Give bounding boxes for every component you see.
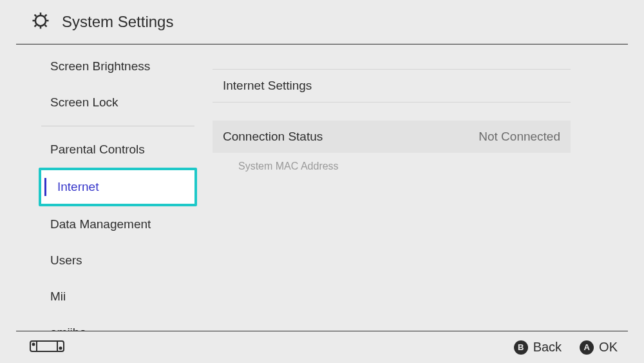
- ok-button[interactable]: A OK: [580, 340, 618, 355]
- row-internet-settings[interactable]: Internet Settings: [213, 70, 571, 102]
- sidebar-divider: [41, 126, 194, 126]
- svg-line-3: [35, 15, 37, 17]
- svg-point-11: [33, 343, 35, 345]
- svg-line-8: [45, 15, 47, 17]
- sidebar-item-label: Internet: [57, 180, 99, 194]
- a-button-icon: A: [580, 340, 594, 355]
- svg-rect-10: [37, 341, 57, 351]
- main-panel: Internet Settings Connection Status Not …: [213, 44, 644, 331]
- sidebar-item-users[interactable]: Users: [19, 242, 213, 279]
- sidebar-item-label: Data Management: [50, 217, 151, 231]
- svg-rect-9: [30, 341, 64, 351]
- ok-label: OK: [599, 340, 618, 355]
- sidebar-item-label: Users: [50, 253, 82, 268]
- svg-point-12: [60, 347, 62, 349]
- back-button[interactable]: B Back: [514, 340, 562, 355]
- back-label: Back: [533, 340, 562, 355]
- row-mac-address: System MAC Address: [213, 161, 613, 172]
- sidebar-item-parental-controls[interactable]: Parental Controls: [19, 132, 213, 168]
- sidebar-item-data-management[interactable]: Data Management: [19, 206, 213, 242]
- sidebar-item-label: Mii: [50, 289, 66, 304]
- sidebar-item-internet[interactable]: Internet: [39, 168, 197, 206]
- sidebar-item-label: Screen Lock: [50, 95, 118, 110]
- row-connection-status[interactable]: Connection Status Not Connected: [213, 121, 571, 153]
- sidebar: Screen Brightness Screen Lock Parental C…: [0, 44, 213, 331]
- page-title: System Settings: [62, 13, 173, 31]
- row-label: Connection Status: [223, 130, 323, 144]
- controller-icon: [29, 338, 65, 357]
- sidebar-item-label: Parental Controls: [50, 142, 145, 157]
- sidebar-item-amiibo[interactable]: amiibo: [19, 315, 213, 331]
- svg-line-4: [45, 25, 47, 27]
- sidebar-item-screen-lock[interactable]: Screen Lock: [19, 84, 213, 121]
- b-button-icon: B: [514, 340, 528, 355]
- sidebar-item-mii[interactable]: Mii: [19, 279, 213, 315]
- footer: B Back A OK: [16, 331, 628, 363]
- row-label: Internet Settings: [223, 79, 312, 93]
- sidebar-item-label: Screen Brightness: [50, 59, 150, 74]
- svg-point-0: [35, 15, 46, 26]
- svg-line-7: [35, 25, 37, 27]
- gear-icon: [31, 11, 62, 33]
- row-value: Not Connected: [478, 130, 560, 144]
- sidebar-item-screen-brightness[interactable]: Screen Brightness: [19, 48, 213, 84]
